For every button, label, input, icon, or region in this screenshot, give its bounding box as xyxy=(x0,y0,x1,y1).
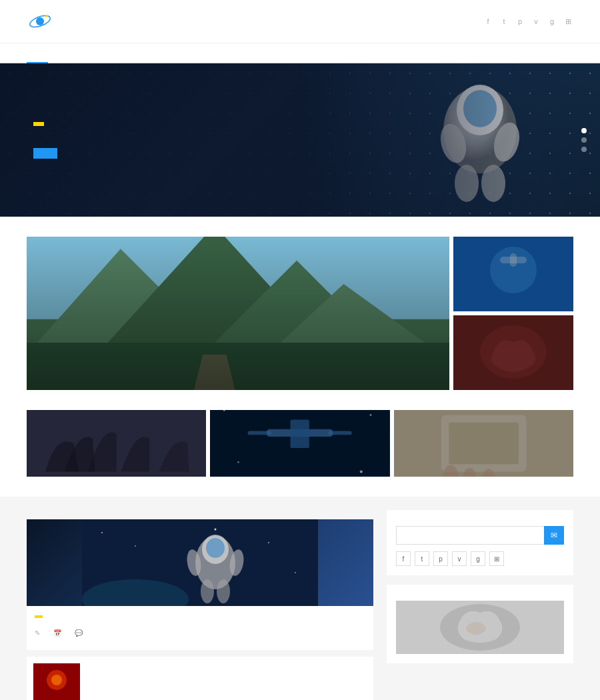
nav-health[interactable] xyxy=(48,43,69,62)
svg-point-44 xyxy=(135,545,136,547)
hero-tag xyxy=(33,122,44,126)
category-mind[interactable] xyxy=(453,315,573,390)
mind-overlay xyxy=(453,315,573,390)
svg-point-45 xyxy=(215,529,217,531)
hero-read-more-button[interactable] xyxy=(33,148,57,159)
articles-section: ✎ 📅 💬 xyxy=(0,497,600,700)
featured-article-image xyxy=(27,519,373,606)
twitter-icon[interactable]: t xyxy=(499,16,509,27)
svg-point-58 xyxy=(51,675,62,685)
author-icon: ✎ xyxy=(35,629,40,637)
list-item[interactable] xyxy=(27,657,373,700)
logo xyxy=(27,8,59,35)
category-bottom-row xyxy=(0,410,600,497)
featured-article-meta: ✎ 📅 💬 xyxy=(35,629,365,637)
rss-icon[interactable]: ⊞ xyxy=(563,16,573,27)
sub-facebook-icon[interactable]: f xyxy=(396,551,411,566)
featured-article-tag xyxy=(35,615,43,618)
svg-point-43 xyxy=(101,532,103,533)
sub-rss-icon[interactable]: ⊞ xyxy=(489,551,504,566)
svg-point-53 xyxy=(201,579,214,603)
svg-point-0 xyxy=(36,17,44,25)
nav-phenomena[interactable] xyxy=(133,43,155,62)
subscribe-box: ✉ f t p v g ⊞ xyxy=(387,510,573,575)
category-phenomena[interactable] xyxy=(27,410,206,477)
subscribe-social-icons: f t p v g ⊞ xyxy=(396,551,564,566)
nav-tech[interactable] xyxy=(112,43,133,62)
comment-icon: 💬 xyxy=(75,629,83,637)
hero-dot-1[interactable] xyxy=(581,128,587,133)
nav-space[interactable] xyxy=(91,43,112,62)
main-nav xyxy=(0,43,600,63)
category-environment[interactable] xyxy=(27,237,449,390)
hero-dot-2[interactable] xyxy=(581,137,587,143)
sub-vimeo-icon[interactable]: v xyxy=(452,551,467,566)
category-space[interactable] xyxy=(210,410,389,477)
header: f t p v g ⊞ xyxy=(0,0,600,43)
subscribe-email-input[interactable] xyxy=(396,526,544,545)
calendar-icon: 📅 xyxy=(53,629,61,637)
category-technology[interactable] xyxy=(394,410,573,477)
category-grid-inner xyxy=(27,237,573,390)
subscribe-submit-button[interactable]: ✉ xyxy=(544,526,564,545)
category-health[interactable] xyxy=(453,237,573,311)
svg-point-46 xyxy=(268,542,269,543)
hero-content xyxy=(0,102,91,179)
article-thumb-1 xyxy=(33,663,80,700)
article-list xyxy=(27,657,373,700)
facebook-icon[interactable]: f xyxy=(483,16,493,27)
google-icon[interactable]: g xyxy=(547,16,557,27)
sub-twitter-icon[interactable]: t xyxy=(415,551,429,566)
subscribe-form: ✉ xyxy=(396,526,564,545)
svg-point-50 xyxy=(206,538,225,558)
sub-pinterest-icon[interactable]: p xyxy=(433,551,448,566)
health-overlay xyxy=(453,237,573,311)
articles-left: ✎ 📅 💬 xyxy=(27,510,373,700)
recent-posts-box xyxy=(387,585,573,663)
svg-point-2 xyxy=(45,15,48,17)
pinterest-icon[interactable]: p xyxy=(515,16,525,27)
nav-news[interactable] xyxy=(27,43,48,63)
nav-mind[interactable] xyxy=(69,43,91,62)
svg-point-47 xyxy=(295,572,296,573)
space-overlay xyxy=(210,410,389,477)
featured-article-content: ✎ 📅 💬 xyxy=(27,606,373,650)
hero-dot-3[interactable] xyxy=(581,147,587,152)
tech-overlay xyxy=(394,410,573,477)
vimeo-icon[interactable]: v xyxy=(531,16,541,27)
category-row-inner xyxy=(27,410,573,477)
recent-post-image[interactable] xyxy=(396,601,564,654)
sub-google-icon[interactable]: g xyxy=(471,551,485,566)
header-social-icons: f t p v g ⊞ xyxy=(483,16,573,27)
logo-icon xyxy=(27,8,53,35)
environment-overlay xyxy=(27,237,449,390)
category-right-column xyxy=(453,237,573,390)
phenomena-overlay xyxy=(27,410,206,477)
nav-environment[interactable] xyxy=(155,43,176,62)
category-grid xyxy=(0,217,600,410)
sidebar: ✉ f t p v g ⊞ xyxy=(387,510,573,700)
featured-article: ✎ 📅 💬 xyxy=(27,519,373,650)
hero-section xyxy=(0,63,600,217)
svg-point-54 xyxy=(217,579,230,603)
hero-pagination xyxy=(581,128,587,152)
article-content-1 xyxy=(87,663,367,700)
